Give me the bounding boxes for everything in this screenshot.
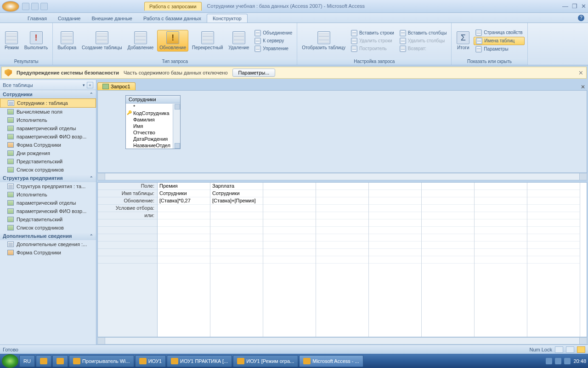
scrollbar[interactable] [173,104,180,149]
table-field[interactable]: Имя [126,123,180,129]
grid-column[interactable] [316,183,369,337]
insert-cols-button[interactable]: Вставить столбцы [398,29,448,37]
security-options-button[interactable]: Параметры... [232,69,276,77]
parameters-button[interactable]: Параметры [474,46,524,53]
nav-item[interactable]: Представительский [0,157,96,166]
save-icon[interactable] [22,3,29,10]
crosstab-button[interactable]: Перекрестный [190,30,225,51]
grid-column[interactable] [475,183,527,337]
tray-icon[interactable] [546,358,552,364]
nav-item[interactable]: Список сотрудников [0,224,96,232]
quick-launch-icon[interactable] [36,355,51,367]
table-field[interactable]: КодСотрудника [126,110,180,116]
tab-external[interactable]: Внешние данные [86,14,138,23]
tablenames-button[interactable]: Имена таблиц [474,37,524,45]
grid-column[interactable] [263,183,316,337]
grid-column[interactable]: ПремияСотрудники[Ставка]*0,27 [158,183,210,337]
passthrough-button[interactable]: К серверу [253,37,294,45]
redo-icon[interactable] [40,3,48,10]
volume-icon[interactable] [564,358,571,364]
horizontal-scrollbar[interactable] [97,173,587,180]
tab-home[interactable]: Главная [22,14,52,23]
tab-design[interactable]: Конструктор [207,14,248,23]
nav-item[interactable]: Структура предприятия : та... [0,182,96,190]
taskbar-item[interactable]: ИОУ1 [Режим огра... [233,355,298,367]
nav-item[interactable]: Представительский [0,215,96,224]
close-icon[interactable]: ✕ [581,3,586,10]
update-button[interactable]: Обновление [157,30,188,52]
nav-header[interactable]: Все таблицы▾ « [0,80,96,90]
nav-item[interactable]: параметрический ФИО возр... [0,207,96,215]
datadef-button[interactable]: Управление [253,45,294,52]
table-field[interactable]: ДатаРождения [126,136,180,142]
lang-indicator[interactable]: RU [19,355,35,367]
taskbar-item[interactable]: Проигрыватель Wi... [69,355,134,367]
taskbar-item[interactable]: ИОУ1 [135,355,166,367]
taskbar-item[interactable]: Microsoft Access - ... [299,355,363,367]
propsheet-button[interactable]: Страница свойств [474,29,524,36]
chevron-down-icon[interactable]: ▾ [83,83,85,87]
nav-item[interactable]: Вычисляемые поля [0,108,96,116]
maketable-button[interactable]: Создание таблицы [80,30,124,51]
select-query-button[interactable]: Выборка [56,30,78,51]
undo-icon[interactable] [31,3,39,10]
grid-column[interactable]: ЗарплатаСотрудники[Ставка]+[Премия] [210,183,263,337]
nav-item[interactable]: Исполнитель [0,116,96,124]
append-button[interactable]: Добавление [126,30,156,51]
table-field[interactable]: НазваниеОтдел [126,142,180,149]
grid-column[interactable] [527,183,580,337]
table-field[interactable]: * [126,104,180,110]
builder-button[interactable]: Построитель [349,45,396,52]
nav-collapse-icon[interactable]: « [87,82,93,88]
scroll-right-icon[interactable] [579,173,587,180]
table-field[interactable]: Отчество [126,129,180,136]
grid-column[interactable] [369,183,422,337]
maximize-icon[interactable]: ❐ [572,3,577,10]
view-sql-icon[interactable] [566,346,574,353]
taskbar-item[interactable]: ИОУ1 ПРАКТИКА [... [167,355,232,367]
nav-item[interactable]: Исполнитель [0,190,96,199]
view-datasheet-icon[interactable] [555,346,563,353]
insert-rows-button[interactable]: Вставить строки [349,29,396,37]
scroll-left-icon[interactable] [98,338,105,344]
office-button[interactable] [2,1,19,12]
delete-cols-button[interactable]: Удалить столбцы [398,37,448,45]
tab-close-icon[interactable]: ✕ [581,84,585,90]
table-box[interactable]: Сотрудники * КодСотрудника Фамилия Имя О… [125,95,181,149]
query-design-surface[interactable]: Сотрудники * КодСотрудника Фамилия Имя О… [97,90,587,173]
run-button[interactable]: Выполнить [23,30,50,51]
nav-item[interactable]: Форма Сотрудники [0,248,96,257]
nav-group-employees[interactable]: Сотрудники⌃ [0,90,96,98]
scroll-right-icon[interactable] [579,338,587,344]
grid-horizontal-scrollbar[interactable] [97,337,587,345]
nav-group-additional[interactable]: Дополнительные сведения⌃ [0,232,96,240]
delete-rows-button[interactable]: Удалить строки [349,37,396,45]
start-button[interactable] [2,354,18,368]
security-close-icon[interactable]: ✕ [578,69,583,76]
showtable-button[interactable]: Отобразить таблицу [300,30,347,51]
union-button[interactable]: Объединение [253,29,294,37]
nav-item[interactable]: Дополнительные сведения :... [0,240,96,248]
document-tab[interactable]: Запрос1 [97,82,136,90]
quick-launch-icon[interactable] [52,355,68,367]
help-icon[interactable]: ? [578,15,584,21]
view-design-icon[interactable] [577,346,585,353]
nav-item[interactable]: Форма Сотрудники [0,141,96,149]
table-field[interactable]: Фамилия [126,116,180,123]
clock[interactable]: 20:48 [573,358,586,364]
nav-item[interactable]: параметрический отделы [0,124,96,132]
nav-item[interactable]: Дни рождения [0,149,96,157]
tab-database[interactable]: Работа с базами данных [138,14,207,23]
nav-item[interactable]: Список сотрудников [0,166,96,174]
delete-button[interactable]: Удаление [226,30,251,51]
scroll-left-icon[interactable] [98,173,105,180]
nav-item[interactable]: Сотрудники : таблица [0,98,96,108]
view-button[interactable]: Режим [3,30,21,51]
nav-item[interactable]: параметрический отделы [0,199,96,207]
nav-item[interactable]: параметрический ФИО возр... [0,132,96,141]
minimize-icon[interactable]: — [562,3,568,10]
return-button[interactable]: Возврат: [398,45,448,52]
nav-group-structure[interactable]: Структура предприятия⌃ [0,174,96,182]
totals-button[interactable]: Итоги [454,30,472,51]
tab-create[interactable]: Создание [52,14,86,23]
